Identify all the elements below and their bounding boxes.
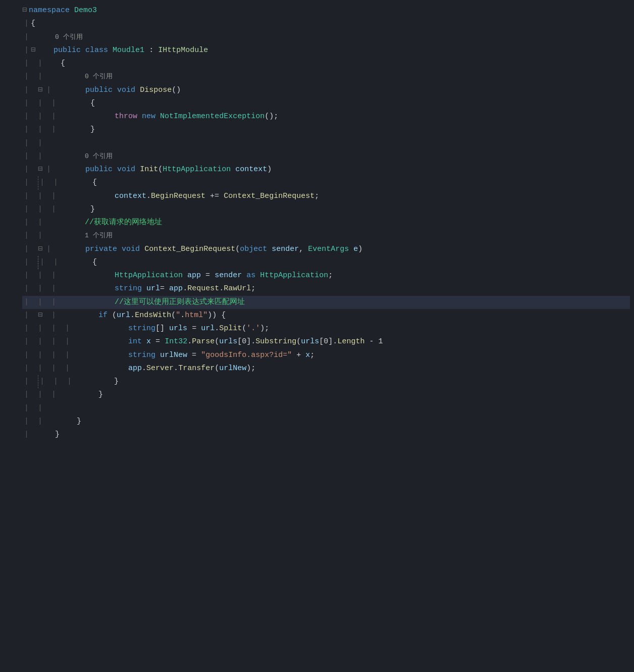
code-line: |||{ [22, 176, 630, 189]
code-line: |⊟|if (url.EndsWith(".html")) { [22, 309, 630, 322]
code-line: |||throw new NotImplementedException(); [22, 110, 630, 123]
code-line: |||} [22, 123, 630, 136]
code-line: || [22, 402, 630, 415]
code-line: |{ [22, 17, 630, 30]
code-line: || [22, 137, 630, 150]
code-line: |⊟|public void Init(HttpApplication cont… [22, 163, 630, 176]
code-line: |0 个引用 [22, 31, 630, 44]
code-line: |||//这里可以使用正则表达式来匹配网址 [22, 296, 630, 309]
code-line: ||||string[] urls = url.Split('.'); [22, 322, 630, 335]
code-area: ⊟namespace Demo3 |{ |0 个引用 |⊟public clas… [18, 4, 634, 668]
code-line: ||||} [22, 375, 630, 388]
code-line: ⊟namespace Demo3 [22, 4, 630, 17]
code-line: |||} [22, 203, 630, 216]
code-line: ||{ [22, 57, 630, 70]
code-line: |⊟|public void Dispose() [22, 84, 630, 97]
code-line: ||//获取请求的网络地址 [22, 216, 630, 229]
code-line: |||{ [22, 256, 630, 269]
editor-gutter [0, 4, 18, 668]
code-line: ||0 个引用 [22, 70, 630, 83]
code-line: |⊟public class Moudle1 : IHttpModule [22, 44, 630, 57]
code-line: |||{ [22, 97, 630, 110]
code-line: ||1 个引用 [22, 229, 630, 242]
code-line: ||0 个引用 [22, 150, 630, 163]
code-line: ||} [22, 415, 630, 428]
code-line: |||context.BeginRequest += Context_Begin… [22, 190, 630, 203]
code-line: ||||app.Server.Transfer(urlNew); [22, 362, 630, 375]
code-editor: ⊟namespace Demo3 |{ |0 个引用 |⊟public clas… [0, 0, 634, 672]
code-line: |⊟|private void Context_BeginRequest(obj… [22, 243, 630, 256]
code-line: |} [22, 428, 630, 441]
code-line: |||string url= app.Request.RawUrl; [22, 282, 630, 295]
code-line: |||} [22, 388, 630, 401]
code-line: |||HttpApplication app = sender as HttpA… [22, 269, 630, 282]
code-line: ||||string urlNew = "goodsInfo.aspx?id="… [22, 349, 630, 362]
code-line: ||||int x = Int32.Parse(urls[0].Substrin… [22, 335, 630, 348]
